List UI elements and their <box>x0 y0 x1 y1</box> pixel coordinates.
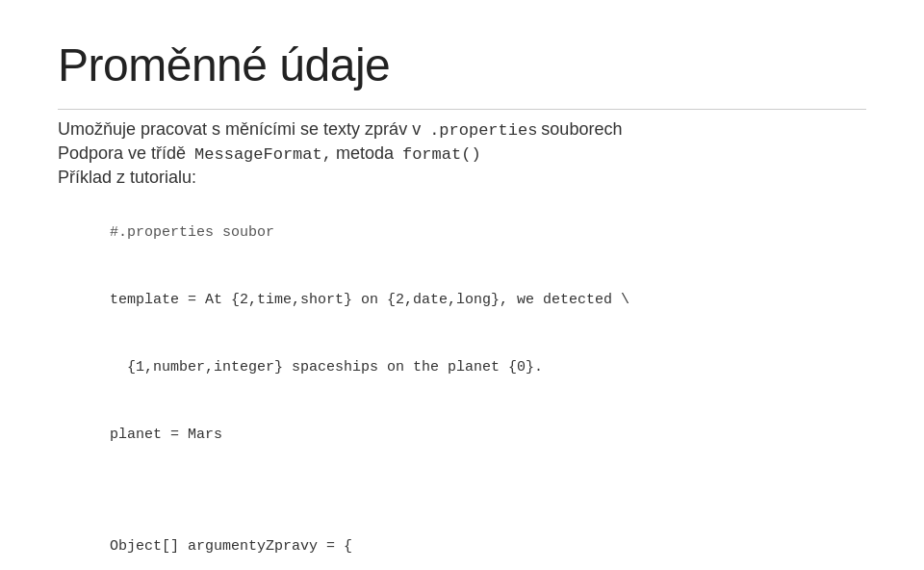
subtitle-line1: Umožňuje pracovat s měnícími se texty zp… <box>58 119 866 140</box>
slide-container: Proměnné údaje Umožňuje pracovat s měníc… <box>0 0 924 570</box>
slide-title: Proměnné údaje <box>58 39 866 91</box>
subtitle-line2: Podpora ve třídě MessageFormat, metoda f… <box>58 143 866 164</box>
slide-content: Proměnné údaje Umožňuje pracovat s měníc… <box>0 0 924 570</box>
subtitle-text1-end: souborech <box>541 119 622 140</box>
code-block: #.properties soubor template = At {2,tim… <box>58 199 866 570</box>
divider <box>58 109 866 110</box>
subtitle-mono2a: MessageFormat, <box>194 145 332 164</box>
subtitle-line3-wrap: Příklad z tutorialu: <box>58 168 866 188</box>
subtitle-mono1: .properties <box>429 121 537 140</box>
code-planet-line: planet = Mars <box>110 427 222 443</box>
subtitle-mono2b: format() <box>402 145 481 164</box>
subtitle-text2b: metoda <box>336 143 398 164</box>
subtitle-text3: Příklad z tutorialu: <box>58 168 196 187</box>
code-spaceships-line: {1,number,integer} spaceships on the pla… <box>110 359 543 376</box>
code-template-line: template = At {2,time,short} on {2,date,… <box>110 292 629 308</box>
code-comment-line: #.properties soubor <box>110 224 274 241</box>
subtitle-text1: Umožňuje pracovat s měnícími se texty zp… <box>58 119 425 140</box>
subtitle-text2a: Podpora ve třídě <box>58 143 191 164</box>
code-object-line: Object[] argumentyZpravy = { <box>110 538 352 555</box>
